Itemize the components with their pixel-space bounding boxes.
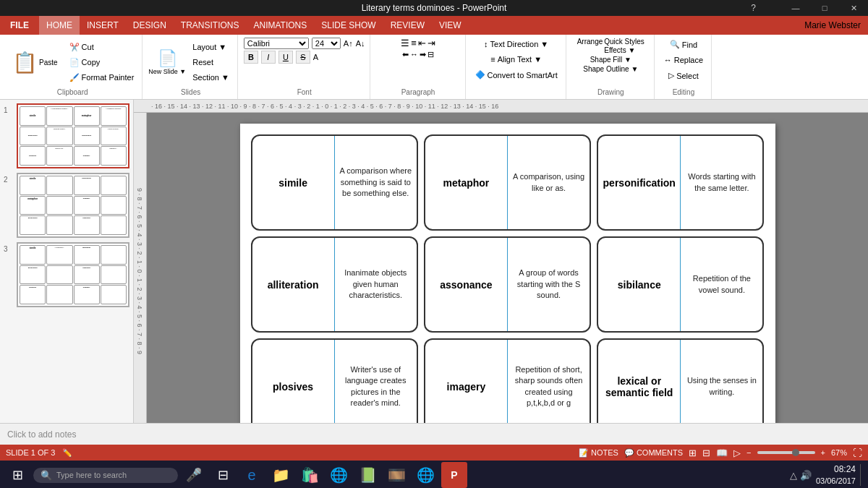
italic-button[interactable]: I — [261, 51, 276, 64]
font-shrink-icon[interactable]: A↓ — [356, 39, 365, 48]
slide-image-3: simile A comparison... metaphor assonanc… — [17, 242, 129, 307]
comments-btn[interactable]: 💬 COMMENTS — [624, 448, 683, 458]
domino-8[interactable]: imageryRepetition of short, sharp sounds… — [424, 338, 591, 423]
font-grow-icon[interactable]: A↑ — [344, 39, 353, 48]
shape-outline-button[interactable]: Shape Outline ▼ — [583, 65, 638, 73]
domino-5[interactable]: assonanceA group of words starting with … — [424, 236, 591, 333]
convert-smartart-button[interactable]: 🔷 Convert to SmartArt — [472, 68, 561, 82]
view-slide-sorter-btn[interactable]: ⊟ — [702, 448, 710, 458]
chrome-app[interactable]: 🌐 — [412, 462, 438, 488]
reset-button[interactable]: Reset — [189, 56, 233, 69]
domino-2[interactable]: metaphorA comparison, using like or as. — [424, 134, 591, 231]
edge-app[interactable]: e — [239, 462, 265, 488]
paste-button[interactable]: 📋 Paste — [7, 44, 63, 81]
bullets-button[interactable]: ☰ — [401, 38, 409, 48]
text-direction-button[interactable]: ↕ Text Direction ▼ — [480, 38, 552, 51]
minimize-button[interactable]: — — [781, 0, 810, 16]
view-normal-btn[interactable]: ⊞ — [689, 448, 697, 458]
domino-6[interactable]: sibilanceRepetition of the vowel sound. — [597, 236, 764, 333]
view-presenter-btn[interactable]: ▷ — [733, 448, 741, 458]
copy-button[interactable]: 📄 Copy — [66, 56, 138, 69]
align-left-button[interactable]: ⬅ — [402, 50, 409, 59]
slideshow-menu[interactable]: SLIDE SHOW — [314, 16, 383, 35]
indent-more-button[interactable]: ⇥ — [427, 38, 435, 48]
reset-label: Reset — [192, 58, 213, 67]
cortana-button[interactable]: 🎤 — [181, 462, 207, 488]
align-right-button[interactable]: ➡ — [420, 50, 426, 59]
arrange-button[interactable]: Arrange — [577, 38, 603, 54]
font-color-button[interactable]: A — [313, 53, 318, 61]
edge2-app[interactable]: 🌐 — [326, 462, 352, 488]
align-center-button[interactable]: ↔ — [410, 50, 418, 59]
zoom-level[interactable]: 67% — [831, 448, 847, 457]
editing-group: 🔍 Find ↔ Replace ▷ Select Editing — [656, 35, 712, 99]
select-button[interactable]: ▷ Select — [665, 69, 702, 82]
review-menu[interactable]: REVIEW — [383, 16, 432, 35]
domino-def-7: Writer's use of language creates picture… — [335, 340, 417, 423]
bold-button[interactable]: B — [244, 51, 258, 64]
zoom-in-btn[interactable]: + — [821, 448, 825, 457]
layout-chevron: ▼ — [218, 43, 226, 51]
canvas-inner[interactable]: simileA comparison where something is sa… — [147, 113, 868, 423]
task-view-button[interactable]: ⊟ — [210, 462, 236, 488]
domino-7[interactable]: plosivesWriter's use of language creates… — [251, 338, 418, 423]
transitions-menu[interactable]: TRANSITIONS — [174, 16, 247, 35]
user-name[interactable]: Marie Webster — [804, 16, 868, 35]
justify-button[interactable]: ⊟ — [427, 50, 434, 59]
format-painter-button[interactable]: 🖌️ Format Painter — [66, 71, 138, 85]
domino-9[interactable]: lexical or semantic fieldUsing the sense… — [597, 338, 764, 423]
cut-button[interactable]: ✂️ Cut — [66, 40, 138, 54]
powerpoint-app[interactable]: P — [441, 462, 467, 488]
slide-thumb-2[interactable]: 2 simile alliteration metaphor imagery a… — [4, 173, 129, 238]
insert-menu[interactable]: INSERT — [80, 16, 126, 35]
layout-button[interactable]: Layout ▼ — [189, 40, 233, 53]
align-text-button[interactable]: ≡ Align Text ▼ — [487, 53, 545, 66]
find-button[interactable]: 🔍 Find — [666, 38, 701, 51]
font-row2: B I U S A — [244, 51, 318, 64]
domino-3[interactable]: personificationWords starting with the s… — [597, 134, 764, 231]
zoom-out-btn[interactable]: − — [746, 448, 751, 457]
section-button[interactable]: Section ▼ — [189, 71, 233, 84]
explorer-app[interactable]: 📁 — [268, 462, 294, 488]
domino-1[interactable]: simileA comparison where something is sa… — [251, 134, 418, 231]
view-menu[interactable]: VIEW — [432, 16, 469, 35]
start-button[interactable]: ⊞ — [4, 462, 30, 488]
font-row1: Calibri 24 A↑ A↓ — [244, 38, 365, 49]
title-bar-help[interactable]: ? — [751, 3, 756, 13]
slides-label: Slides — [181, 87, 200, 96]
domino-4[interactable]: alliterationInanimate objects given huma… — [251, 236, 418, 333]
font-family-select[interactable]: Calibri — [244, 38, 309, 49]
shape-fill-button[interactable]: Shape Fill ▼ — [590, 56, 631, 64]
greenapp[interactable]: 📗 — [354, 462, 380, 488]
slide-thumb-1[interactable]: 1 simile A comparison where... metaphor … — [4, 103, 129, 168]
strikethrough-button[interactable]: S — [296, 51, 310, 64]
home-menu[interactable]: HOME — [39, 16, 80, 35]
zoom-thumb[interactable] — [792, 449, 799, 456]
notes-btn[interactable]: 📝 NOTES — [579, 448, 618, 458]
font-size-select[interactable]: 24 — [312, 38, 341, 49]
animations-menu[interactable]: ANIMATIONS — [246, 16, 314, 35]
domino-term-3: personification — [598, 136, 681, 229]
zoom-slider[interactable] — [757, 451, 815, 454]
replace-button[interactable]: ↔ Replace — [660, 53, 707, 67]
maximize-button[interactable]: □ — [810, 0, 839, 16]
store-app[interactable]: 🛍️ — [297, 462, 323, 488]
view-reading-btn[interactable]: 📖 — [716, 448, 728, 458]
fit-slide-btn[interactable]: ⛶ — [853, 448, 862, 458]
edit-icon[interactable]: ✏️ — [62, 448, 72, 458]
close-button[interactable]: ✕ — [839, 0, 868, 16]
file-menu[interactable]: FILE — [0, 16, 39, 35]
slide-panel[interactable]: 1 simile A comparison where... metaphor … — [0, 100, 134, 423]
notes-bar[interactable]: Click to add notes — [0, 423, 868, 445]
show-desktop-btn[interactable] — [860, 464, 864, 486]
indent-less-button[interactable]: ⇤ — [418, 38, 426, 48]
underline-button[interactable]: U — [278, 51, 293, 64]
taskbar-search-bar[interactable]: 🔍 Type here to search — [33, 468, 178, 483]
design-menu[interactable]: DESIGN — [126, 16, 174, 35]
new-slide-btn[interactable]: 📄 New Slide ▼ — [148, 49, 186, 75]
slide-canvas[interactable]: simileA comparison where something is sa… — [240, 124, 775, 423]
orange-app[interactable]: 🎞️ — [383, 462, 409, 488]
numbering-button[interactable]: ≡ — [411, 38, 417, 48]
slide-thumb-3[interactable]: 3 simile A comparison... metaphor assona… — [4, 242, 129, 307]
find-icon: 🔍 — [670, 40, 680, 49]
